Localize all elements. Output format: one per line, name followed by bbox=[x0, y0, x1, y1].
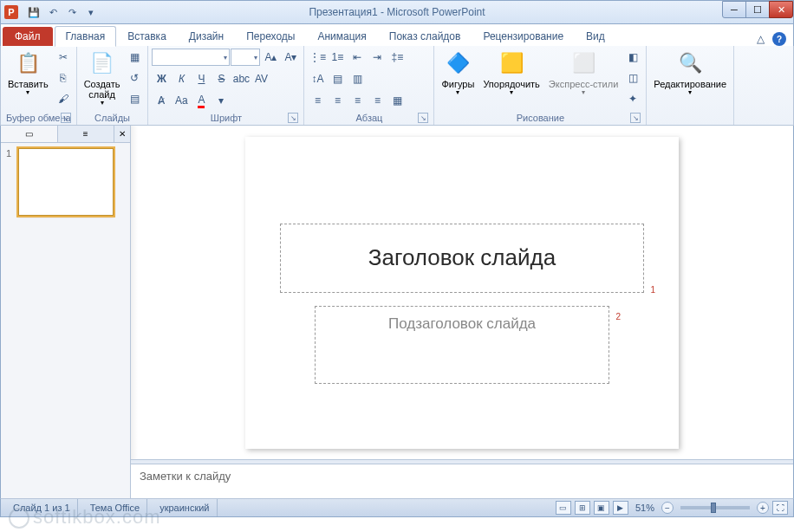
decrease-indent-icon[interactable]: ⇤ bbox=[348, 48, 367, 67]
editing-button[interactable]: 🔍 Редактирование▾ bbox=[650, 48, 730, 99]
convert-smartart-icon[interactable]: ▦ bbox=[387, 91, 407, 110]
font-size-combo[interactable] bbox=[231, 49, 260, 66]
grow-font-icon[interactable]: A▴ bbox=[261, 48, 280, 67]
align-center-icon[interactable]: ≡ bbox=[328, 91, 347, 110]
underline-icon[interactable]: Ч bbox=[192, 69, 211, 88]
align-left-icon[interactable]: ≡ bbox=[308, 91, 327, 110]
tab-design[interactable]: Дизайн bbox=[178, 26, 235, 46]
copy-icon[interactable]: ⎘ bbox=[54, 68, 73, 88]
shapes-button[interactable]: 🔷 Фигуры▾ bbox=[438, 48, 478, 99]
align-right-icon[interactable]: ≡ bbox=[348, 91, 367, 110]
zoom-thumb[interactable] bbox=[711, 503, 716, 513]
save-icon[interactable]: 💾 bbox=[25, 3, 42, 21]
redo-icon[interactable]: ↷ bbox=[63, 3, 81, 21]
layout-icon[interactable]: ▦ bbox=[125, 48, 144, 67]
tab-insert[interactable]: Вставка bbox=[116, 26, 178, 46]
quick-styles-button[interactable]: ⬜ Экспресс-стили▾ bbox=[545, 48, 622, 99]
thumbnails: 1 bbox=[1, 143, 130, 498]
slideshow-view-icon[interactable]: ▶ bbox=[613, 501, 628, 515]
title-placeholder[interactable]: Заголовок слайда 1 bbox=[280, 224, 644, 293]
group-slides: 📄 Создать слайд ▾ ▦ ↺ ▤ Слайды bbox=[77, 46, 149, 125]
tab-home[interactable]: Главная bbox=[55, 26, 117, 47]
maximize-button[interactable]: ☐ bbox=[745, 1, 770, 18]
qat-customize-icon[interactable]: ▾ bbox=[82, 3, 100, 21]
bold-icon[interactable]: Ж bbox=[152, 69, 171, 88]
file-tab[interactable]: Файл bbox=[3, 27, 53, 46]
sorter-view-icon[interactable]: ⊞ bbox=[575, 501, 590, 515]
text-direction-icon[interactable]: ↕A bbox=[308, 69, 327, 88]
new-slide-icon: 📄 bbox=[88, 49, 116, 77]
minimize-ribbon-icon[interactable]: △ bbox=[753, 32, 767, 46]
undo-icon[interactable]: ↶ bbox=[44, 3, 62, 21]
minimize-button[interactable]: ─ bbox=[722, 1, 746, 18]
shape-outline-icon[interactable]: ◫ bbox=[623, 68, 642, 88]
normal-view-icon[interactable]: ▭ bbox=[556, 501, 571, 515]
cut-icon[interactable]: ✂ bbox=[54, 48, 73, 67]
subtitle-placeholder[interactable]: Подзаголовок слайда 2 bbox=[315, 306, 609, 384]
panel-tabs: ▭ ≡ ✕ bbox=[1, 126, 130, 143]
numbering-icon[interactable]: 1≡ bbox=[328, 48, 347, 67]
zoom-in-button[interactable]: + bbox=[757, 502, 769, 514]
drawing-dialog-launcher[interactable]: ↘ bbox=[630, 113, 641, 123]
change-case-icon[interactable]: Aa bbox=[172, 91, 191, 110]
section-icon[interactable]: ▤ bbox=[125, 89, 144, 108]
slides-panel: ▭ ≡ ✕ 1 bbox=[1, 126, 131, 498]
clipboard-group-label: Буфер обмена↘ bbox=[4, 111, 73, 125]
notes-pane[interactable]: Заметки к слайду bbox=[131, 464, 793, 498]
tab-review[interactable]: Рецензирование bbox=[472, 26, 575, 46]
paste-button[interactable]: 📋 Вставить ▾ bbox=[4, 48, 52, 99]
group-paragraph: ⋮≡ 1≡ ⇤ ⇥ ‡≡ ↕A ▤ ▥ ≡ ≡ ≡ ≡ ▦ bbox=[304, 46, 434, 125]
justify-icon[interactable]: ≡ bbox=[368, 91, 387, 110]
outline-tab[interactable]: ≡ bbox=[58, 126, 115, 142]
close-button[interactable]: ✕ bbox=[769, 1, 793, 18]
clipboard-dialog-launcher[interactable]: ↘ bbox=[61, 113, 71, 123]
shrink-font-icon[interactable]: A▾ bbox=[281, 48, 300, 67]
tab-transitions[interactable]: Переходы bbox=[235, 26, 306, 46]
panel-close-icon[interactable]: ✕ bbox=[114, 126, 130, 142]
spacing-icon[interactable]: AV bbox=[251, 69, 270, 88]
slide-canvas[interactable]: Заголовок слайда 1 Подзаголовок слайда 2 bbox=[131, 126, 793, 459]
tab-animations[interactable]: Анимация bbox=[306, 26, 377, 46]
titlebar: P 💾 ↶ ↷ ▾ Презентация1 - Microsoft Power… bbox=[0, 0, 794, 24]
font-family-combo[interactable] bbox=[152, 49, 230, 66]
line-spacing-icon[interactable]: ‡≡ bbox=[387, 48, 407, 67]
tab-slideshow[interactable]: Показ слайдов bbox=[378, 26, 472, 46]
help-icon[interactable]: ? bbox=[772, 32, 786, 46]
slide-thumbnail-1[interactable] bbox=[18, 148, 114, 216]
columns-icon[interactable]: ▥ bbox=[348, 69, 367, 88]
shape-effects-icon[interactable]: ✦ bbox=[623, 89, 642, 108]
status-slide-info[interactable]: Слайд 1 из 1 bbox=[6, 499, 78, 516]
zoom-out-button[interactable]: − bbox=[661, 502, 674, 514]
clear-format-icon[interactable]: A̷ bbox=[152, 91, 171, 110]
italic-icon[interactable]: К bbox=[172, 69, 191, 88]
highlight-icon[interactable]: ▾ bbox=[212, 91, 231, 110]
new-slide-button[interactable]: 📄 Создать слайд ▾ bbox=[81, 48, 124, 109]
tab-view[interactable]: Вид bbox=[575, 26, 616, 46]
strike-icon[interactable]: S bbox=[212, 69, 231, 88]
group-clipboard: 📋 Вставить ▾ ✂ ⎘ 🖌 Буфер обмена↘ bbox=[1, 46, 77, 125]
status-language[interactable]: украинский bbox=[153, 499, 217, 516]
increase-indent-icon[interactable]: ⇥ bbox=[368, 48, 387, 67]
slides-tab[interactable]: ▭ bbox=[1, 126, 58, 142]
font-color-icon[interactable]: A bbox=[192, 91, 211, 110]
thumb-number: 1 bbox=[6, 148, 15, 216]
arrange-button[interactable]: 🟨 Упорядочить▾ bbox=[479, 48, 543, 99]
bullets-icon[interactable]: ⋮≡ bbox=[308, 48, 327, 67]
title-placeholder-text: Заголовок слайда bbox=[368, 244, 556, 271]
slide[interactable]: Заголовок слайда 1 Подзаголовок слайда 2 bbox=[245, 137, 679, 449]
fit-window-icon[interactable]: ⛶ bbox=[772, 501, 788, 515]
zoom-slider[interactable] bbox=[680, 506, 750, 509]
format-painter-icon[interactable]: 🖌 bbox=[54, 89, 73, 108]
zoom-level[interactable]: 51% bbox=[635, 503, 654, 513]
reset-icon[interactable]: ↺ bbox=[125, 68, 144, 88]
paragraph-dialog-launcher[interactable]: ↘ bbox=[418, 113, 428, 123]
align-text-icon[interactable]: ▤ bbox=[328, 69, 347, 88]
reading-view-icon[interactable]: ▣ bbox=[594, 501, 609, 515]
font-dialog-launcher[interactable]: ↘ bbox=[288, 113, 298, 123]
window-controls: ─ ☐ ✕ bbox=[723, 1, 793, 18]
group-font: A▴ A▾ Ж К Ч S abc AV A̷ Aa A ▾ bbox=[148, 46, 304, 125]
window-title: Презентация1 - Microsoft PowerPoint bbox=[309, 6, 485, 18]
status-theme[interactable]: Тема Office bbox=[83, 499, 148, 516]
shadow-icon[interactable]: abc bbox=[231, 69, 251, 88]
shape-fill-icon[interactable]: ◧ bbox=[623, 48, 642, 67]
